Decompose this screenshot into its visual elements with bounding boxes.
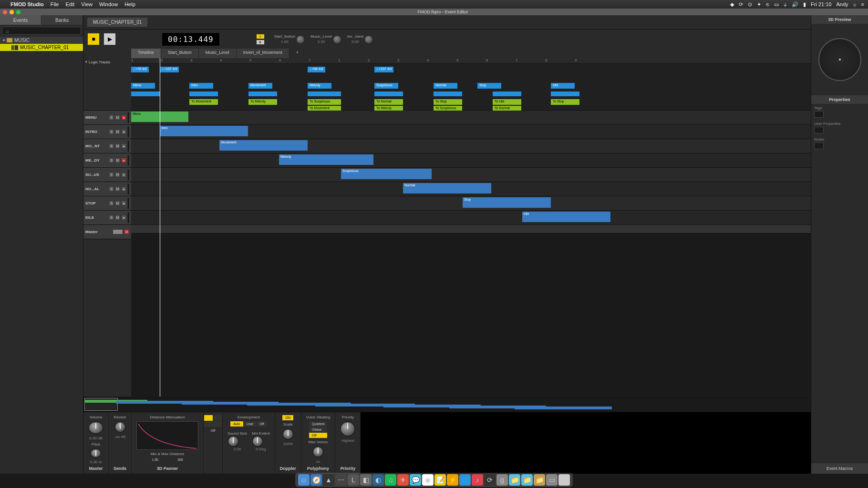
status-icon[interactable]: ✦	[757, 1, 761, 8]
track-header[interactable]: INTROSM●	[83, 125, 131, 139]
priority-knob[interactable]	[340, 421, 355, 437]
status-icon[interactable]: ◆	[730, 1, 734, 8]
audio-clip[interactable]: Stop	[463, 197, 551, 208]
dock-app-icon[interactable]: g	[496, 474, 508, 486]
tab-banks[interactable]: Banks	[41, 15, 83, 25]
auto-button[interactable]: Auto	[230, 421, 243, 427]
record-button[interactable]: ●	[121, 201, 126, 206]
track-row[interactable]: Stop	[131, 196, 811, 211]
status-icon[interactable]: ⟳	[739, 1, 743, 8]
mute-button[interactable]: M	[115, 215, 120, 220]
dock-app-icon[interactable]: 📝	[434, 474, 446, 486]
battery-icon[interactable]: ▮	[803, 1, 806, 8]
transition-marker[interactable]: To Suspicious	[308, 99, 341, 105]
dock-app-icon[interactable]: ⚡	[447, 474, 458, 486]
search-input[interactable]	[2, 27, 81, 35]
record-button[interactable]: ●	[121, 115, 126, 120]
dock-app-icon[interactable]: 💬	[410, 474, 421, 486]
menu-window[interactable]: Window	[99, 1, 118, 7]
region-marker[interactable]	[248, 92, 277, 96]
wifi-icon[interactable]: ⏚	[784, 1, 787, 7]
audio-clip[interactable]: Intro	[160, 126, 248, 136]
dock-finder-icon[interactable]: ☺	[298, 474, 310, 486]
param-knob[interactable]	[364, 35, 373, 44]
notes-input[interactable]	[814, 142, 824, 149]
region-marker[interactable]	[434, 92, 462, 96]
track-row[interactable]: Menu	[131, 111, 811, 125]
track-row[interactable]: Movement	[131, 139, 811, 153]
follow-button[interactable]: ⏸	[256, 40, 265, 45]
menu-icon[interactable]: ≡	[861, 1, 864, 7]
record-button[interactable]: ●	[121, 129, 126, 134]
track-row[interactable]: Intro	[131, 125, 811, 139]
record-button[interactable]: ●	[121, 158, 126, 163]
dock-app-icon[interactable]: ▲	[323, 474, 334, 486]
transition-marker[interactable]: To Idle	[493, 99, 521, 105]
mute-button[interactable]: M	[115, 143, 120, 149]
maximize-button[interactable]	[16, 10, 21, 14]
master-track-header[interactable]: Master M	[83, 225, 131, 239]
audio-clip[interactable]: Suspicious	[341, 169, 432, 179]
solo-button[interactable]: S	[109, 186, 114, 192]
destination-marker[interactable]: Intro	[189, 83, 213, 89]
event-macros-button[interactable]: Event Macros	[811, 463, 868, 474]
track-row[interactable]: Idle	[131, 211, 811, 225]
region-marker[interactable]	[308, 92, 341, 96]
play-button[interactable]: ▶	[103, 33, 116, 45]
dock-folder-icon[interactable]: 📁	[521, 474, 533, 486]
logic-tracks-header[interactable]: Logic Tracks	[83, 58, 131, 111]
track-header[interactable]: MO...NTSM●	[83, 139, 131, 153]
doppler-on[interactable]: ON	[282, 415, 293, 420]
menu-edit[interactable]: Edit	[65, 1, 74, 7]
off-button[interactable]: Off	[257, 421, 267, 427]
region-marker[interactable]	[189, 92, 218, 96]
menu-file[interactable]: File	[51, 1, 59, 7]
track-header[interactable]: NO...ALSM●	[83, 182, 131, 196]
clock[interactable]: Fri 21:10	[811, 1, 831, 7]
tab-events[interactable]: Events	[0, 15, 41, 25]
track-header[interactable]: STOPSM●	[83, 196, 131, 211]
track-row[interactable]: Normal	[131, 182, 811, 196]
track-row[interactable]: Suspicious	[131, 168, 811, 182]
solo-button[interactable]: S	[109, 129, 114, 134]
min-extent-knob[interactable]	[252, 436, 263, 447]
status-icon[interactable]: ▭	[774, 1, 779, 8]
param-knob[interactable]	[296, 35, 305, 44]
transition-marker[interactable]: To Normal	[374, 99, 403, 105]
dock-folder-icon[interactable]: 📁	[534, 474, 545, 486]
region-marker[interactable]	[374, 92, 403, 96]
oldest-button[interactable]: Oldest	[309, 427, 327, 432]
logic-area[interactable]: ♩ =70 4/4♩ =107 4/4♩ =96 4/4♩ =107 4/4Me…	[131, 64, 811, 111]
stop-button[interactable]: ■	[87, 33, 100, 45]
param-knob[interactable]	[333, 35, 341, 44]
tempo-marker[interactable]: ♩ =70 4/4	[131, 67, 149, 72]
region-marker[interactable]	[551, 92, 579, 96]
transition-marker[interactable]: To Melody	[248, 99, 277, 105]
audio-clip[interactable]: Melody	[279, 154, 373, 165]
destination-marker[interactable]: Normal	[434, 83, 457, 89]
dock-safari-icon[interactable]: 🧭	[310, 474, 322, 486]
menu-help[interactable]: Help	[124, 1, 135, 7]
dock-app-icon[interactable]: ⟳	[484, 474, 496, 486]
dock-itunes-icon[interactable]: ♪	[472, 474, 483, 486]
track-header[interactable]: MENUSM●	[83, 111, 131, 125]
audio-clip[interactable]: Movement	[219, 140, 308, 151]
minimap[interactable]	[84, 397, 810, 411]
tab-param[interactable]: Invert_of_Movement	[237, 49, 289, 58]
user-name[interactable]: Andy	[837, 1, 848, 7]
search-icon[interactable]: ⌕	[853, 1, 857, 7]
mute-button[interactable]: M	[115, 186, 120, 192]
attenuation-curve[interactable]	[136, 421, 198, 450]
dock-folder-icon[interactable]: 📁	[509, 474, 520, 486]
add-param-button[interactable]: +	[289, 49, 304, 58]
track-row[interactable]: Melody	[131, 153, 811, 168]
close-button[interactable]	[3, 10, 7, 14]
track-header[interactable]: SU...USSM●	[83, 168, 131, 182]
tempo-marker[interactable]: ♩ =107 4/4	[160, 67, 179, 72]
status-icon[interactable]: ⊙	[748, 1, 752, 8]
pitch-knob[interactable]	[90, 448, 102, 458]
track-header[interactable]: IDLESM●	[83, 211, 131, 225]
dock-app-icon[interactable]: ▭	[546, 474, 558, 486]
menu-app[interactable]: FMOD Studio	[10, 1, 44, 7]
mute-button[interactable]: M	[115, 129, 120, 134]
